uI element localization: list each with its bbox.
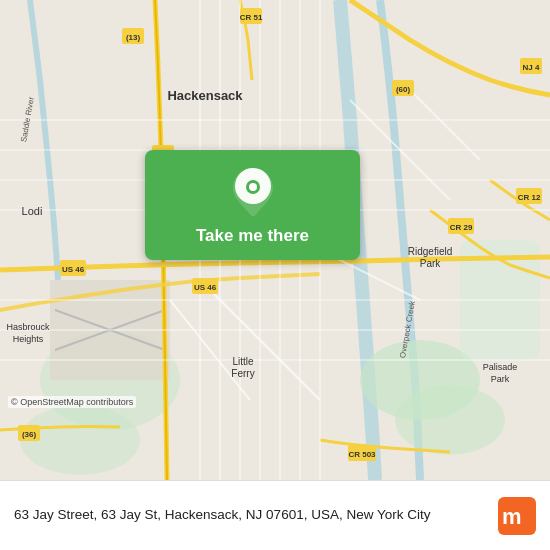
svg-text:CR 29: CR 29 — [450, 223, 473, 232]
svg-point-2 — [395, 385, 505, 455]
moovit-logo-icon: m — [498, 497, 536, 535]
svg-text:Hasbrouck: Hasbrouck — [6, 322, 50, 332]
location-pin-icon — [233, 168, 273, 216]
moovit-logo: m — [498, 497, 536, 535]
map-container: CR 51 (13) NJ 17 US 46 US 46 NJ 4 (60) C… — [0, 0, 550, 480]
take-me-there-overlay[interactable]: Take me there — [145, 150, 360, 260]
svg-text:Hackensack: Hackensack — [167, 88, 243, 103]
svg-text:US 46: US 46 — [194, 283, 217, 292]
svg-text:Lodi: Lodi — [22, 205, 43, 217]
svg-text:Teaneck: Teaneck — [371, 0, 409, 2]
svg-text:US 46: US 46 — [62, 265, 85, 274]
bottom-bar: 63 Jay Street, 63 Jay St, Hackensack, NJ… — [0, 480, 550, 550]
address-text: 63 Jay Street, 63 Jay St, Hackensack, NJ… — [14, 506, 498, 525]
attribution-text: © OpenStreetMap contributors — [11, 397, 133, 407]
osm-attribution: © OpenStreetMap contributors — [8, 396, 136, 408]
svg-text:(36): (36) — [22, 430, 37, 439]
svg-text:Palisade: Palisade — [483, 362, 518, 372]
svg-text:Heights: Heights — [13, 334, 44, 344]
svg-text:(60): (60) — [396, 85, 411, 94]
svg-text:Little: Little — [232, 356, 254, 367]
svg-text:CR 12: CR 12 — [518, 193, 541, 202]
svg-text:Park: Park — [420, 258, 442, 269]
svg-text:CR 51: CR 51 — [240, 13, 263, 22]
svg-point-65 — [249, 183, 257, 191]
svg-text:Park: Park — [491, 374, 510, 384]
svg-text:m: m — [502, 504, 522, 529]
svg-text:(13): (13) — [126, 33, 141, 42]
svg-text:CR 503: CR 503 — [348, 450, 376, 459]
svg-text:Ridgefield: Ridgefield — [408, 246, 452, 257]
take-me-there-button[interactable]: Take me there — [196, 226, 309, 246]
svg-text:NJ 4: NJ 4 — [523, 63, 540, 72]
svg-text:Ferry: Ferry — [231, 368, 254, 379]
